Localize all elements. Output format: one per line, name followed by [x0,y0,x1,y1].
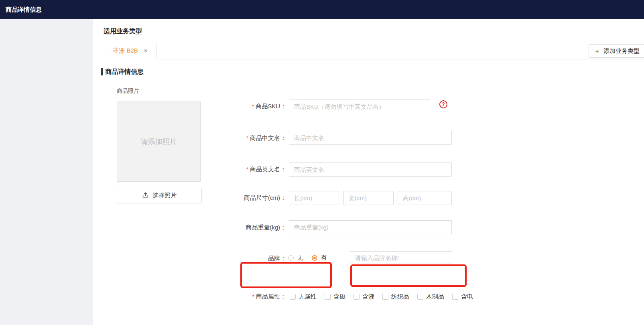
tab-close-icon[interactable]: ✕ [144,48,148,54]
page: 商品详情信息 适用业务类型 非洲 B2B ✕ + 添加业务类型 商品详情信息 商… [0,0,644,325]
radio-dot [290,257,292,259]
name-en-label: *商品英文名： [174,165,286,174]
radio-label: 无 [297,254,303,262]
tab-label: 非洲 B2B [113,47,138,55]
size-length-input[interactable] [289,191,339,205]
annotation-box-right [350,264,467,287]
add-business-type-label: 添加业务类型 [603,47,640,55]
plus-icon: + [595,48,599,55]
name-en-input[interactable] [289,162,452,177]
radio-icon[interactable] [312,255,317,261]
checkbox-label: 无属性 [299,293,317,301]
size-height-input[interactable] [398,191,452,205]
attribute-checkbox-item[interactable]: 含磁 [325,293,345,301]
attribute-checkbox-item[interactable]: 纺织品 [382,293,409,301]
size-label: 商品尺寸(cm)： [174,193,286,202]
brand-radio-option[interactable]: 无 [288,254,303,262]
checkbox-icon[interactable] [353,294,360,300]
checkbox-label: 含磁 [333,293,345,301]
required-asterisk: * [246,166,248,173]
add-business-type-button[interactable]: + 添加业务类型 [589,44,644,58]
sku-input[interactable] [289,100,430,113]
tab-bar-divider [104,59,644,59]
brand-name-input[interactable] [350,251,452,264]
checkbox-icon[interactable] [290,294,296,300]
size-width-input[interactable] [343,191,394,205]
checkbox-icon[interactable] [325,294,331,300]
product-photo-label: 商品照片 [117,87,139,95]
attribute-checkbox-item[interactable]: 木制品 [417,293,444,301]
weight-input[interactable] [289,220,452,234]
name-cn-input[interactable] [289,131,452,145]
required-asterisk: * [252,103,254,110]
checkbox-icon[interactable] [417,294,423,300]
weight-label: 商品重量(kg)： [174,223,286,232]
sku-help-icon[interactable]: ? [439,100,447,108]
checkbox-icon[interactable] [452,294,458,300]
required-asterisk: * [246,135,248,141]
checkbox-label: 含液 [362,293,374,301]
page-title: 商品详情信息 [6,6,42,13]
checkbox-label: 纺织品 [391,293,409,301]
attributes-checkbox-group: 无属性含磁含液纺织品木制品含电 [290,293,473,301]
checkbox-icon[interactable] [382,294,388,300]
attribute-checkbox-item[interactable]: 无属性 [290,293,317,301]
brand-radio-group: 无有 [288,254,327,262]
tab-africa-b2b[interactable]: 非洲 B2B ✕ [104,42,157,59]
name-cn-label: *商品中文名： [174,134,286,142]
brand-radio-selected[interactable]: 有 [312,254,327,262]
top-header-bar: 商品详情信息 [0,0,644,19]
radio-dot [313,257,316,259]
checkbox-label: 含电 [461,293,473,301]
product-detail-section-title: 商品详情信息 [101,68,144,75]
annotation-box-left [240,262,332,288]
sku-label: *商品SKU： [174,102,286,111]
attributes-label: *商品属性： [174,292,286,301]
left-sidebar [0,19,93,325]
business-type-section-title: 适用业务类型 [104,27,142,36]
brand-label: 品牌： [174,254,286,263]
required-asterisk: * [252,293,254,300]
checkbox-label: 木制品 [426,293,444,301]
photo-upload-placeholder: 请添加照片 [141,137,177,146]
attribute-checkbox-item[interactable]: 含电 [452,293,473,301]
radio-icon[interactable] [288,255,294,261]
choose-photo-label: 选择照片 [152,192,177,199]
attribute-checkbox-item[interactable]: 含液 [353,293,374,301]
upload-icon [142,192,149,199]
radio-label: 有 [321,254,327,262]
